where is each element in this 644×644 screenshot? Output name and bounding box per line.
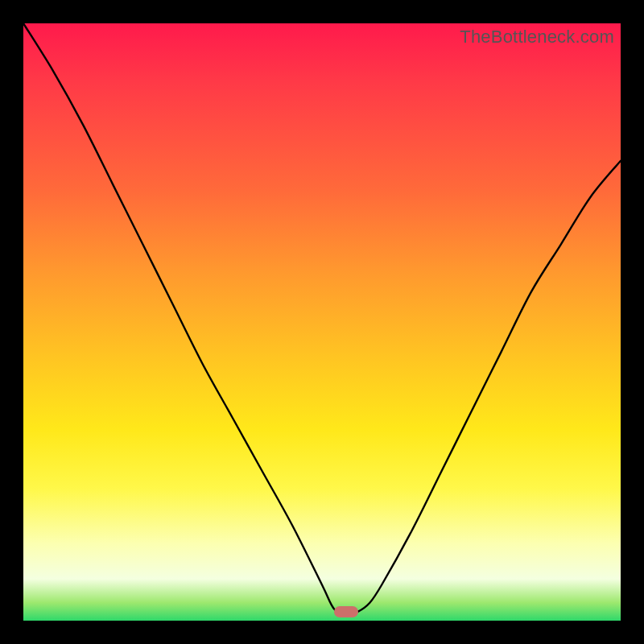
bottleneck-curve [23,23,621,621]
plot-area: TheBottleneck.com [23,23,621,621]
watermark-text: TheBottleneck.com [460,27,614,47]
minimum-marker [334,606,358,617]
chart-frame: TheBottleneck.com [0,0,644,644]
